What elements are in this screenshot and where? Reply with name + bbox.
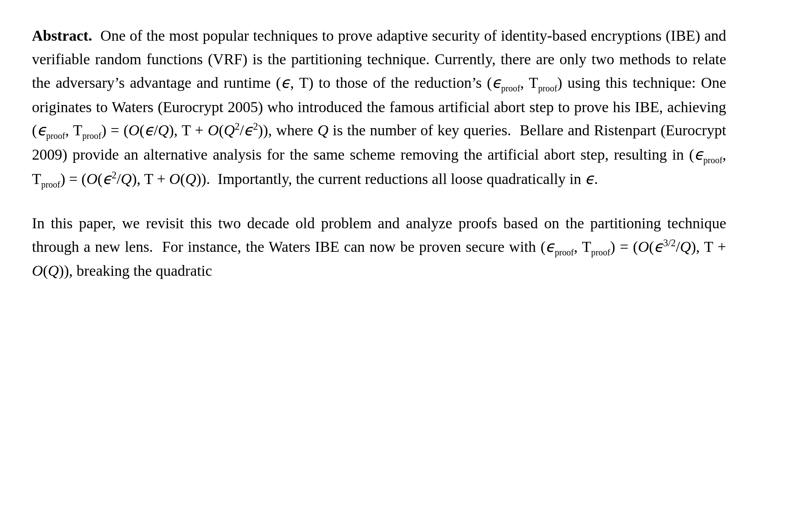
- second-paragraph: In this paper, we revisit this two decad…: [32, 212, 726, 283]
- abstract-paragraph: Abstract. One of the most popular techni…: [32, 24, 726, 192]
- abstract-label: Abstract.: [32, 27, 92, 44]
- page-content: Abstract. One of the most popular techni…: [0, 0, 758, 307]
